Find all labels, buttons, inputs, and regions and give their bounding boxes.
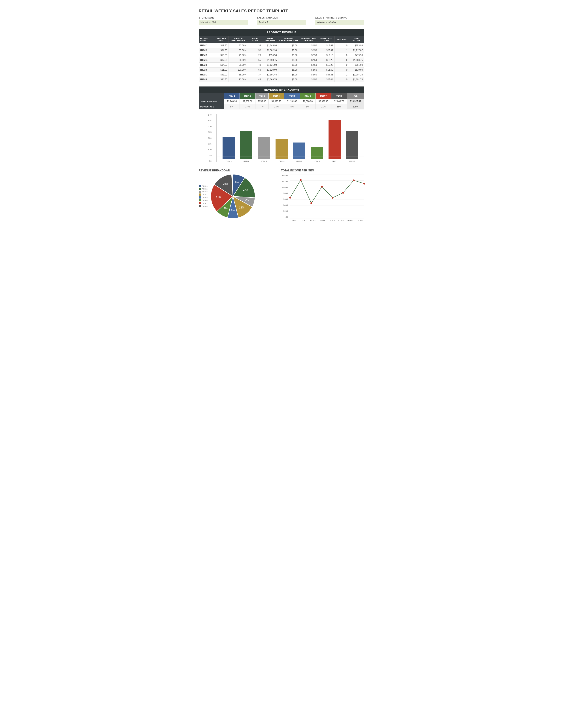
breakdown-cell-0-3: $955.50 xyxy=(255,99,268,104)
legend-item: ITEM 8 xyxy=(199,205,207,207)
breakdown-cell-1-4: 13% xyxy=(268,104,284,109)
cell-6-5: $5.00 xyxy=(278,72,299,77)
cell-3-5: $5.00 xyxy=(278,58,299,63)
bar-y-label: $30 xyxy=(208,125,211,128)
line-chart: $1,400$1,200$1,000$800$600$400$200$0 xyxy=(290,174,364,218)
breakdown-cell-0-4: $1,828.75 xyxy=(268,99,284,104)
cell-3-8: 0 xyxy=(335,58,349,63)
breakdown-col-9: ALL xyxy=(347,93,364,99)
line-x-labels: ITEM 1ITEM 2ITEM 3ITEM 4ITEM 5ITEM 6ITEM… xyxy=(290,219,364,221)
breakdown-data-row: PERCENTAGE9%17%7%13%8%9%21%15%100% xyxy=(199,104,364,109)
breakdown-col-7: ITEM 7 xyxy=(316,93,331,99)
revenue-breakdown-table: REVENUE BREAKDOWN ITEM 1ITEM 2ITEM 3ITEM… xyxy=(199,86,364,109)
line-chart-polyline xyxy=(290,180,364,203)
sales-manager-value[interactable]: Patrick E. xyxy=(257,20,306,25)
pie-legend: ITEM 1ITEM 2ITEM 3ITEM 4ITEM 5ITEM 6ITEM… xyxy=(199,185,207,208)
pie-slice-label: 8% xyxy=(231,209,235,212)
cell-3-6: $2.50 xyxy=(299,58,319,63)
cell-5-0: ITEM 6 xyxy=(199,68,213,72)
line-dot xyxy=(353,179,355,181)
bar-y-label: $15 xyxy=(208,143,211,145)
store-name-label: STORE NAME xyxy=(199,17,248,19)
cell-4-2: 95.00% xyxy=(229,63,248,68)
cell-7-9: $1,101.76 xyxy=(349,77,364,82)
table-row: ITEM 3$19.5075.00%28$955.50$5.00$2.50$17… xyxy=(199,53,364,58)
sales-manager-block: SALES MANAGER Patrick E. xyxy=(257,17,306,25)
cell-0-7: $18.69 xyxy=(319,43,335,48)
table-row: ITEM 4$17.5090.00%55$1,828.75$5.00$2.50$… xyxy=(199,58,364,63)
cell-0-4: $1,248.98 xyxy=(262,43,278,48)
cell-6-3: 37 xyxy=(248,72,262,77)
legend-dot xyxy=(199,199,201,201)
line-y-label: $800 xyxy=(283,192,288,194)
cell-3-7: $18.25 xyxy=(319,58,335,63)
cell-7-2: 92.00% xyxy=(229,77,248,82)
breakdown-cell-1-2: 17% xyxy=(240,104,255,109)
week-label: WEEK STARTING & ENDING xyxy=(315,17,364,19)
cell-1-9: $1,217.07 xyxy=(349,48,364,53)
breakdown-cell-1-9: 100% xyxy=(347,104,364,109)
breakdown-col-6: ITEM 6 xyxy=(300,93,316,99)
breakdown-cell-1-7: 21% xyxy=(316,104,331,109)
breakdown-cell-1-0: PERCENTAGE xyxy=(199,104,224,109)
line-dot xyxy=(332,197,334,199)
line-dot xyxy=(342,192,344,194)
legend-item: ITEM 5 xyxy=(199,196,207,199)
grid-line xyxy=(216,126,364,126)
line-dot xyxy=(364,183,365,184)
cell-2-5: $5.00 xyxy=(278,53,299,58)
cell-7-1: $24.50 xyxy=(213,77,228,82)
bottom-charts: REVENUE BREAKDOWN ITEM 1ITEM 2ITEM 3ITEM… xyxy=(199,169,364,221)
cell-5-5: $5.00 xyxy=(278,68,299,72)
cell-1-2: 87.00% xyxy=(229,48,248,53)
pie-slice-label: 9% xyxy=(235,181,239,184)
col-header-0: PRODUCT NAME xyxy=(199,36,213,43)
line-dot xyxy=(321,186,323,188)
line-y-label: $200 xyxy=(283,210,288,212)
cell-6-9: $1,207.25 xyxy=(349,72,364,77)
legend-item: ITEM 1 xyxy=(199,185,207,187)
week-value[interactable]: xx/xx/xx - xx/xx/xx xyxy=(315,20,364,25)
legend-dot xyxy=(199,185,201,187)
col-header-3: TOTAL SOLD xyxy=(248,36,262,43)
breakdown-cell-0-9: $13,927.82 xyxy=(347,99,364,104)
grid-line xyxy=(216,114,364,114)
cell-2-3: 28 xyxy=(248,53,262,58)
breakdown-col-2: ITEM 2 xyxy=(240,93,255,99)
line-y-label: $0 xyxy=(286,216,288,218)
line-section: TOTAL INCOME PER ITEM $1,400$1,200$1,000… xyxy=(281,169,364,221)
cell-2-0: ITEM 3 xyxy=(199,53,213,58)
breakdown-col-5: ITEM 5 xyxy=(284,93,300,99)
cell-7-8: 0 xyxy=(335,77,349,82)
breakdown-cell-0-5: $1,131.00 xyxy=(284,99,300,104)
store-name-value[interactable]: Market on Main xyxy=(199,20,248,25)
breakdown-col-3: ITEM 3 xyxy=(255,93,268,99)
cell-1-6: $2.50 xyxy=(299,48,319,53)
breakdown-col-4: ITEM 4 xyxy=(268,93,284,99)
cell-6-6: $2.50 xyxy=(299,72,319,77)
cell-1-1: $24.50 xyxy=(213,48,228,53)
pie-chart-svg: 9%17%7%13%8%9%21%15% xyxy=(211,174,255,218)
line-x-label: ITEM 2 xyxy=(299,219,309,221)
cell-5-7: $13.50 xyxy=(319,68,335,72)
line-x-label: ITEM 4 xyxy=(318,219,327,221)
cell-6-0: ITEM 7 xyxy=(199,72,213,77)
col-header-8: RETURNS xyxy=(335,36,349,43)
pie-slice-label: 21% xyxy=(216,196,221,199)
cell-1-5: $5.00 xyxy=(278,48,299,53)
cell-1-0: ITEM 2 xyxy=(199,48,213,53)
cell-4-3: 40 xyxy=(248,63,262,68)
breakdown-title: REVENUE BREAKDOWN xyxy=(199,86,364,93)
cell-3-2: 90.00% xyxy=(229,58,248,63)
cell-5-1: $11.00 xyxy=(213,68,228,72)
legend-label: ITEM 2 xyxy=(202,188,207,190)
table-row: ITEM 5$14.5095.00%40$1,131.00$5.00$2.50$… xyxy=(199,63,364,68)
pie-wrapper: ITEM 1ITEM 2ITEM 3ITEM 4ITEM 5ITEM 6ITEM… xyxy=(199,174,274,218)
cell-7-3: 44 xyxy=(248,77,262,82)
cell-4-4: $1,131.00 xyxy=(262,63,278,68)
breakdown-cell-0-7: $2,991.45 xyxy=(316,99,331,104)
line-chart-title: TOTAL INCOME PER ITEM xyxy=(281,169,364,172)
breakdown-data-row: TOTAL REVENUE$1,248.98$2,382.38$955.50$1… xyxy=(199,99,364,104)
line-x-label: ITEM 8 xyxy=(355,219,364,221)
legend-label: ITEM 5 xyxy=(202,197,207,199)
